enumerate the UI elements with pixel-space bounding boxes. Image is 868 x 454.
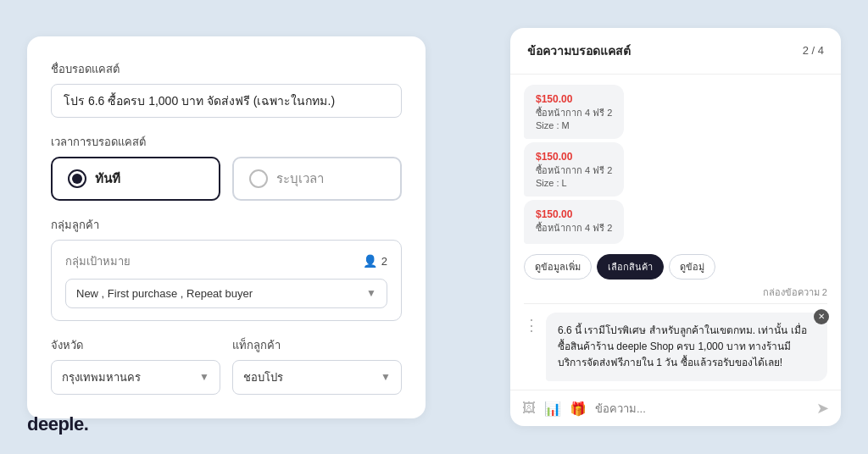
- chat-input[interactable]: [595, 402, 808, 415]
- time-radio-group: ทันที ระบุเวลา: [51, 157, 402, 201]
- group-card: กลุ่มเป้าหมาย 👤 2 New , First purchase ,…: [51, 240, 402, 321]
- product-line-1: ซื้อหน้ากาก 4 ฟรี 2: [536, 105, 612, 120]
- tags-text: New , First purchase , Repeat buyer: [76, 287, 253, 300]
- chevron-province-icon: ▼: [199, 371, 209, 383]
- broadcast-name-label: ชื่อบรอดแคสต์: [51, 60, 402, 78]
- option-immediate-label: ทันที: [95, 169, 120, 189]
- product-size-1: Size : M: [536, 120, 612, 130]
- product-line-2: ซื้อหน้ากาก 4 ฟรี 2: [536, 163, 612, 178]
- gift-icon[interactable]: 🎁: [570, 401, 587, 417]
- promo-text: 6.6 นี้ เรามีโปรพิเศษ สำหรับลูกค้าในเขตก…: [558, 324, 807, 368]
- radio-circle-immediate: [68, 169, 86, 188]
- promo-bubble: 6.6 นี้ เรามีโปรพิเศษ สำหรับลูกค้าในเขตก…: [546, 313, 827, 382]
- broadcast-name-input[interactable]: [51, 84, 402, 118]
- province-value: กรุงเทพมหานคร: [62, 368, 141, 386]
- action-buttons: ดูข้อมูลเพิ่ม เลือกสินค้า ดูข้อมู่: [524, 254, 841, 280]
- option-scheduled-label: ระบุเวลา: [276, 169, 324, 189]
- group-count: 👤 2: [363, 254, 387, 268]
- preview-title: ข้อความบรอดแคสต์: [527, 42, 631, 60]
- broadcast-time-section: เวลาการบรอดแคสต์ ทันที ระบุเวลา: [51, 133, 402, 201]
- logo: deeple.: [27, 413, 88, 435]
- bottom-selects: จังหวัด กรุงเทพมหานคร ▼ แท็กลูกค้า ชอบโป…: [51, 336, 402, 395]
- product-msg-1: $150.00 ซื้อหน้ากาก 4 ฟรี 2 Size : M: [524, 85, 624, 139]
- logo-wrap: deeple.: [27, 413, 88, 435]
- price-2: $150.00: [536, 151, 612, 163]
- product-size-2: Size : L: [536, 178, 612, 188]
- province-label: จังหวัด: [51, 336, 220, 354]
- view-info-button[interactable]: ดูข้อมูลเพิ่ม: [524, 254, 592, 280]
- option-immediate[interactable]: ทันที: [51, 157, 220, 201]
- price-3: $150.00: [536, 208, 612, 220]
- customer-group-label: กลุ่มลูกค้า: [51, 216, 402, 234]
- person-icon: 👤: [363, 254, 377, 268]
- broadcast-name-section: ชื่อบรอดแคสต์: [51, 60, 402, 118]
- inbox-label: กล่องข้อความ 2: [510, 280, 841, 303]
- option-scheduled[interactable]: ระบุเวลา: [232, 157, 402, 201]
- preview-header: ข้อความบรอดแคสต์ 2 / 4: [510, 28, 841, 75]
- tag-row[interactable]: New , First purchase , Repeat buyer ▼: [65, 279, 387, 308]
- product-messages: $150.00 ซื้อหน้ากาก 4 ฟรี 2 Size : M $15…: [510, 75, 841, 247]
- broadcast-preview: ข้อความบรอดแคสต์ 2 / 4 $150.00 ซื้อหน้าก…: [510, 28, 841, 427]
- close-button[interactable]: ✕: [814, 309, 829, 324]
- promo-bubble-wrap: ⋮ 6.6 นี้ เรามีโปรพิเศษ สำหรับลูกค้าในเข…: [510, 304, 841, 390]
- customer-group-section: กลุ่มลูกค้า กลุ่มเป้าหมาย 👤 2 New , Firs…: [51, 216, 402, 321]
- tag-select-wrap: แท็กลูกค้า ชอบโปร ▼: [232, 336, 402, 395]
- send-icon[interactable]: ➤: [816, 399, 829, 418]
- chat-input-bar: 🖼 📊 🎁 ➤: [510, 390, 841, 426]
- tag-label: แท็กลูกค้า: [232, 336, 402, 354]
- broadcast-form: ชื่อบรอดแคสต์ เวลาการบรอดแคสต์ ทันที ระบ…: [27, 36, 426, 418]
- group-header: กลุ่มเป้าหมาย 👤 2: [65, 252, 387, 270]
- product-msg-3: $150.00 ซื้อหน้ากาก 4 ฟรี 2: [524, 200, 624, 244]
- province-select-wrap: จังหวัด กรุงเทพมหานคร ▼: [51, 336, 220, 395]
- more-info-button[interactable]: ดูข้อมู่: [669, 254, 715, 280]
- chevron-tag-icon: ▼: [381, 371, 391, 383]
- chart-icon[interactable]: 📊: [544, 401, 561, 417]
- broadcast-time-label: เวลาการบรอดแคสต์: [51, 133, 402, 151]
- dots-icon: ⋮: [524, 316, 539, 335]
- product-msg-2: $150.00 ซื้อหน้ากาก 4 ฟรี 2 Size : L: [524, 142, 624, 197]
- chevron-down-icon: ▼: [366, 287, 376, 299]
- group-title: กลุ่มเป้าหมาย: [65, 252, 131, 270]
- radio-circle-scheduled: [249, 169, 268, 188]
- select-product-button[interactable]: เลือกสินค้า: [597, 254, 664, 280]
- tag-value: ชอบโปร: [243, 368, 283, 386]
- chat-area: $150.00 ซื้อหน้ากาก 4 ฟรี 2 Size : M $15…: [510, 75, 841, 427]
- group-count-number: 2: [381, 255, 387, 268]
- product-line-3: ซื้อหน้ากาก 4 ฟรี 2: [536, 220, 612, 235]
- image-icon[interactable]: 🖼: [522, 401, 536, 416]
- province-select[interactable]: กรุงเทพมหานคร ▼: [51, 360, 220, 395]
- tag-select[interactable]: ชอบโปร ▼: [232, 360, 402, 395]
- price-1: $150.00: [536, 93, 612, 105]
- pagination: 2 / 4: [803, 44, 824, 57]
